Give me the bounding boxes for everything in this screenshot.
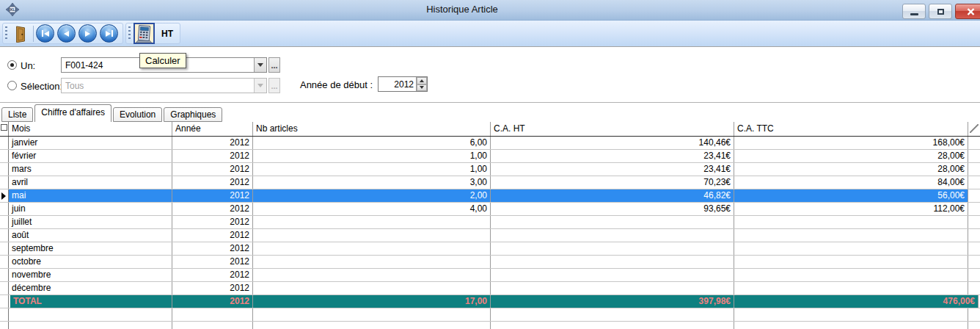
cell-nb-articles[interactable] [253,216,491,228]
row-selector-cell[interactable] [0,150,9,162]
header-ca-ht[interactable]: C.A. HT [491,122,734,136]
cell-ca-ttc[interactable] [734,322,968,329]
table-row-février[interactable]: février20121,0023,41€28,00€ [0,150,980,163]
cell-mois[interactable]: mai [9,189,172,202]
cell-nb-articles[interactable]: 17,00 [253,295,491,308]
cell-annee[interactable]: 2012 [172,229,253,242]
table-row-novembre[interactable]: novembre2012 [0,269,980,282]
row-selector-cell[interactable] [0,269,9,281]
cell-mois[interactable]: décembre [9,282,172,294]
cell-ca-ht[interactable]: 23,41€ [491,150,734,162]
cell-nb-articles[interactable] [253,308,491,321]
cell-ca-ttc[interactable]: 28,00€ [734,163,968,176]
cell-annee[interactable] [172,322,253,329]
year-input[interactable]: 2012 [379,77,416,91]
year-spin-up-button[interactable] [417,77,427,84]
cell-ca-ht[interactable] [491,242,734,255]
cell-annee[interactable]: 2012 [172,216,253,228]
cell-nb-articles[interactable]: 6,00 [253,137,491,149]
nav-previous-button[interactable] [57,24,76,43]
nav-next-button[interactable] [78,24,97,43]
cell-ca-ttc[interactable] [734,256,968,268]
cell-nb-articles[interactable] [253,282,491,294]
cell-nb-articles[interactable]: 2,00 [253,189,491,202]
cell-ca-ttc[interactable]: 112,00€ [734,203,968,215]
cell-ca-ttc[interactable]: 56,00€ [734,189,968,202]
selection-combo-dropdown-button[interactable] [254,79,266,93]
cell-mois[interactable]: TOTAL [10,295,172,308]
row-selector-cell[interactable] [0,322,9,329]
cell-ca-ttc[interactable]: 476,00€ [734,295,979,308]
selection-combo-input[interactable]: Tous [62,79,254,93]
table-row-septembre[interactable]: septembre2012 [0,242,980,256]
toolbar-grip[interactable] [128,26,131,41]
table-total-row[interactable]: TOTAL201217,00397,98€476,00€ [0,295,980,308]
cell-ca-ttc[interactable] [734,242,968,255]
tab-chiffre-daffaires[interactable]: Chiffre d'affaires [34,104,111,122]
row-selector-cell[interactable] [0,242,9,255]
cell-mois[interactable]: février [9,150,172,162]
cell-annee[interactable]: 2012 [172,242,253,255]
row-selector-cell[interactable] [0,229,9,242]
cell-ca-ht[interactable]: 93,65€ [491,203,734,215]
cell-annee[interactable]: 2012 [172,189,253,202]
cell-ca-ht[interactable] [491,308,734,321]
row-selector-cell[interactable] [0,295,9,308]
cell-annee[interactable]: 2012 [172,163,253,176]
cell-mois[interactable]: mars [9,163,172,176]
row-selector-cell[interactable] [0,203,9,215]
cell-nb-articles[interactable]: 1,00 [253,163,491,176]
cell-ca-ht[interactable]: 46,82€ [491,189,734,202]
calculate-button[interactable] [134,23,155,44]
table-row-mai[interactable]: mai20122,0046,82€56,00€ [0,189,980,203]
cell-mois[interactable]: juin [9,203,172,215]
cell-annee[interactable]: 2012 [172,282,253,294]
row-selector-cell[interactable] [0,137,9,149]
cell-ca-ttc[interactable]: 84,00€ [734,176,968,189]
table-row-avril[interactable]: avril20123,0070,23€84,00€ [0,176,980,189]
cell-annee[interactable]: 2012 [172,256,253,268]
row-selector-cell[interactable] [0,176,9,189]
cell-ca-ttc[interactable]: 28,00€ [734,150,968,162]
cell-mois[interactable]: avril [9,176,172,189]
cell-annee[interactable]: 2012 [172,137,253,149]
cell-mois[interactable]: novembre [9,269,172,281]
cell-ca-ttc[interactable] [734,308,968,321]
tab-liste[interactable]: Liste [1,107,33,122]
cell-mois[interactable]: octobre [9,256,172,268]
toolbar-grip[interactable] [5,26,7,41]
cell-ca-ht[interactable] [491,269,734,281]
cell-annee[interactable]: 2012 [172,269,253,281]
cell-mois[interactable] [9,308,172,321]
table-row-décembre[interactable]: décembre2012 [0,282,980,295]
cell-annee[interactable]: 2012 [172,295,253,308]
cell-ca-ttc[interactable] [734,216,968,228]
tab-evolution[interactable]: Evolution [113,107,162,122]
row-selector-cell[interactable] [0,216,9,228]
cell-ca-ht[interactable] [491,229,734,242]
cell-nb-articles[interactable]: 3,00 [253,176,491,189]
ht-toggle-button[interactable]: HT [155,24,180,43]
header-nb-articles[interactable]: Nb articles [253,122,491,136]
cell-mois[interactable]: septembre [9,242,172,255]
table-row-août[interactable]: août2012 [0,229,980,242]
restore-button[interactable] [929,4,952,19]
cell-ca-ht[interactable]: 140,46€ [491,137,734,149]
cell-mois[interactable]: juillet [9,216,172,228]
table-row-janvier[interactable]: janvier20126,00140,46€168,00€ [0,137,980,150]
row-selector-cell[interactable] [0,256,9,268]
exit-button[interactable] [10,24,31,43]
table-row-juin[interactable]: juin20124,0093,65€112,00€ [0,203,980,216]
nav-last-button[interactable] [100,24,118,43]
cell-annee[interactable]: 2012 [172,150,253,162]
select-all-checkbox[interactable] [1,124,7,131]
row-selector-cell[interactable] [0,163,9,176]
cell-ca-ht[interactable]: 23,41€ [491,163,734,176]
cell-mois[interactable]: janvier [9,137,172,149]
cell-ca-ht[interactable]: 397,98€ [491,295,734,308]
cell-nb-articles[interactable]: 1,00 [253,150,491,162]
cell-nb-articles[interactable] [253,242,491,255]
row-selector-cell[interactable] [0,189,9,202]
tab-graphiques[interactable]: Graphiques [164,107,222,122]
row-selector-cell[interactable] [0,308,9,321]
